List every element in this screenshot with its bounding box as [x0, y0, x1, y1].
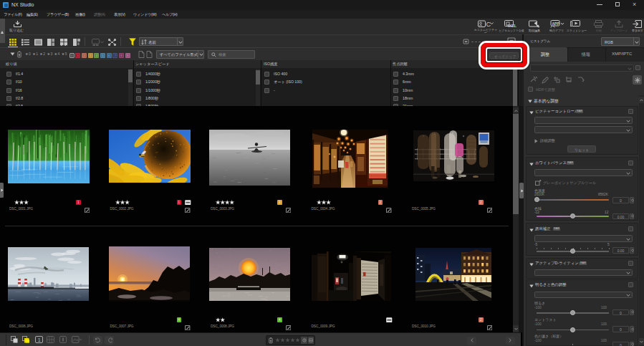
svg-text:1: 1: [38, 337, 41, 342]
